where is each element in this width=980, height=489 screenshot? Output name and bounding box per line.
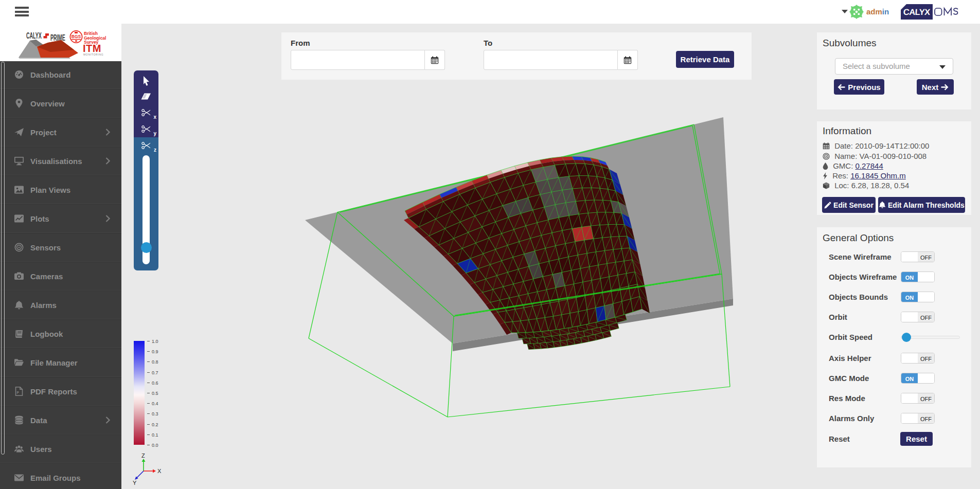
svg-text:Y: Y bbox=[133, 480, 137, 486]
svg-text:X: X bbox=[157, 468, 162, 474]
svg-text:BGS: BGS bbox=[72, 34, 81, 39]
svg-text:CALYX: CALYX bbox=[903, 8, 931, 17]
svg-text:P: P bbox=[17, 391, 20, 394]
svg-text:Z: Z bbox=[141, 453, 145, 459]
svg-text:MONITORING: MONITORING bbox=[83, 53, 103, 56]
svg-text:CALYX: CALYX bbox=[26, 31, 42, 41]
